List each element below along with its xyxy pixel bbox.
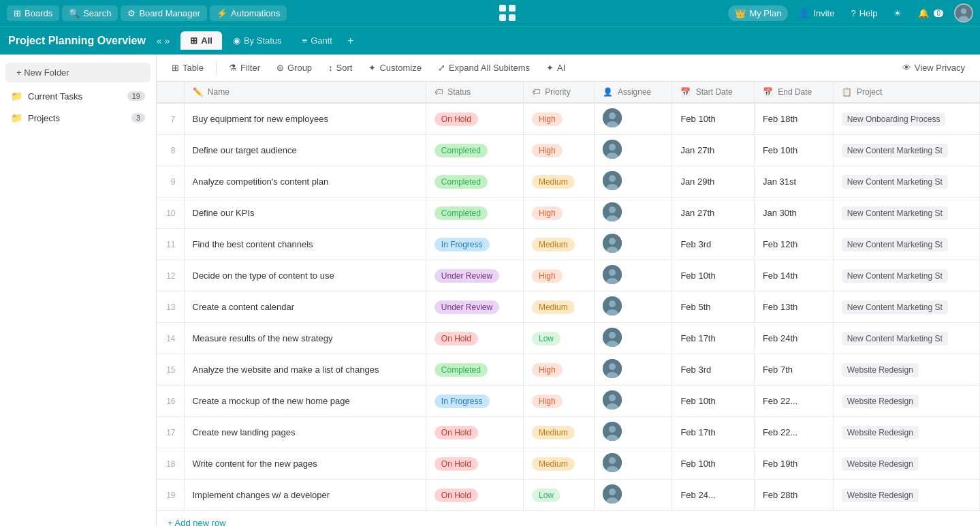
row-project[interactable]: New Content Marketing St xyxy=(833,135,979,166)
table-view-button[interactable]: ⊞ Table xyxy=(165,59,210,76)
sort-button[interactable]: ↕ Sort xyxy=(321,59,359,76)
row-assignee[interactable] xyxy=(595,323,672,354)
row-assignee[interactable] xyxy=(595,448,672,480)
row-project[interactable]: New Content Marketing St xyxy=(833,292,979,323)
row-status[interactable]: Completed xyxy=(426,198,523,229)
row-status[interactable]: On Hold xyxy=(426,103,523,135)
add-row-button[interactable]: + Add new row xyxy=(157,511,980,526)
row-priority[interactable]: Medium xyxy=(523,448,594,480)
row-name[interactable]: Define our target audience xyxy=(184,135,426,166)
row-project[interactable]: Website Redesign xyxy=(833,354,979,386)
automations-button[interactable]: ⚡ Automations xyxy=(210,5,287,21)
row-name[interactable]: Find the best content channels xyxy=(184,229,426,260)
row-name[interactable]: Define our KPIs xyxy=(184,198,426,229)
my-plan-button[interactable]: 👑 My Plan xyxy=(728,5,788,21)
boards-button[interactable]: ⊞ Boards xyxy=(7,5,59,21)
row-assignee[interactable] xyxy=(595,354,672,386)
row-priority[interactable]: Low xyxy=(523,480,594,511)
user-avatar[interactable] xyxy=(954,3,973,22)
row-assignee[interactable] xyxy=(595,386,672,417)
row-priority[interactable]: High xyxy=(523,354,594,386)
row-status[interactable]: Completed xyxy=(426,354,523,386)
row-assignee[interactable] xyxy=(595,292,672,323)
row-priority[interactable]: High xyxy=(523,198,594,229)
sidebar-item-projects[interactable]: 📁 Projects 3 xyxy=(0,107,156,129)
row-assignee[interactable] xyxy=(595,417,672,448)
new-folder-button[interactable]: + New Folder xyxy=(5,63,151,82)
row-status[interactable]: On Hold xyxy=(426,480,523,511)
filter-button[interactable]: ⚗ Filter xyxy=(222,59,267,76)
notifications-button[interactable]: 🔔 0 xyxy=(913,5,949,21)
row-name[interactable]: Create a mockup of the new home page xyxy=(184,386,426,417)
row-assignee[interactable] xyxy=(595,480,672,511)
row-project[interactable]: New Content Marketing St xyxy=(833,166,979,198)
row-priority[interactable]: High xyxy=(523,103,594,135)
row-assignee[interactable] xyxy=(595,135,672,166)
ai-button[interactable]: ✦ AI xyxy=(539,59,572,76)
table-row[interactable]: 13 Create a content calendar Under Revie… xyxy=(157,292,980,323)
row-name[interactable]: Buy equipment for new employees xyxy=(184,103,426,135)
row-project[interactable]: Website Redesign xyxy=(833,480,979,511)
row-status[interactable]: Completed xyxy=(426,135,523,166)
row-name[interactable]: Create new landing pages xyxy=(184,417,426,448)
expand-button[interactable]: ⤢ Expand All Subitems xyxy=(431,59,537,76)
invite-button[interactable]: 👤 Invite xyxy=(793,5,840,21)
row-priority[interactable]: Medium xyxy=(523,229,594,260)
sidebar-item-current-tasks[interactable]: 📁 Current Tasks 19 xyxy=(0,85,156,107)
row-name[interactable]: Measure results of the new strategy xyxy=(184,323,426,354)
row-priority[interactable]: Medium xyxy=(523,417,594,448)
row-name[interactable]: Analyze competition's content plan xyxy=(184,166,426,198)
row-project[interactable]: Website Redesign xyxy=(833,417,979,448)
row-project[interactable]: Website Redesign xyxy=(833,386,979,417)
row-assignee[interactable] xyxy=(595,229,672,260)
row-project[interactable]: New Onboarding Process xyxy=(833,103,979,135)
board-manager-button[interactable]: ⚙ Board Manager xyxy=(121,5,207,21)
row-name[interactable]: Decide on the type of content to use xyxy=(184,260,426,292)
view-privacy-button[interactable]: 👁 View Privacy xyxy=(896,59,972,76)
tab-by-status[interactable]: ◉ By Status xyxy=(223,31,291,50)
table-row[interactable]: 12 Decide on the type of content to use … xyxy=(157,260,980,292)
row-project[interactable]: New Content Marketing St xyxy=(833,229,979,260)
row-priority[interactable]: High xyxy=(523,386,594,417)
row-name[interactable]: Create a content calendar xyxy=(184,292,426,323)
row-status[interactable]: In Frogress xyxy=(426,229,523,260)
row-name[interactable]: Analyze the website and make a list of c… xyxy=(184,354,426,386)
tab-gantt[interactable]: ≡ Gantt xyxy=(293,31,342,50)
row-status[interactable]: On Hold xyxy=(426,448,523,480)
table-row[interactable]: 7 Buy equipment for new employees On Hol… xyxy=(157,103,980,135)
table-row[interactable]: 15 Analyze the website and make a list o… xyxy=(157,354,980,386)
add-tab-button[interactable]: + xyxy=(343,31,358,51)
row-assignee[interactable] xyxy=(595,260,672,292)
row-name[interactable]: Write content for the new pages xyxy=(184,448,426,480)
row-assignee[interactable] xyxy=(595,103,672,135)
table-row[interactable]: 16 Create a mockup of the new home page … xyxy=(157,386,980,417)
row-priority[interactable]: High xyxy=(523,135,594,166)
help-button[interactable]: ? Help xyxy=(845,5,883,21)
collapse-button[interactable]: « » xyxy=(157,35,170,46)
theme-toggle[interactable]: ☀ xyxy=(888,5,907,21)
table-row[interactable]: 19 Implement changes w/ a developer On H… xyxy=(157,480,980,511)
table-row[interactable]: 10 Define our KPIs Completed High Jan 27… xyxy=(157,198,980,229)
row-project[interactable]: Website Redesign xyxy=(833,448,979,480)
row-priority[interactable]: High xyxy=(523,260,594,292)
table-row[interactable]: 18 Write content for the new pages On Ho… xyxy=(157,448,980,480)
row-assignee[interactable] xyxy=(595,198,672,229)
row-project[interactable]: New Content Marketing St xyxy=(833,323,979,354)
table-row[interactable]: 9 Analyze competition's content plan Com… xyxy=(157,166,980,198)
row-assignee[interactable] xyxy=(595,166,672,198)
customize-button[interactable]: ✦ Customize xyxy=(362,59,428,76)
search-button[interactable]: 🔍 Search xyxy=(62,5,118,21)
table-row[interactable]: 11 Find the best content channels In Fro… xyxy=(157,229,980,260)
row-status[interactable]: On Hold xyxy=(426,323,523,354)
group-button[interactable]: ⊜ Group xyxy=(270,59,319,76)
row-project[interactable]: New Content Marketing St xyxy=(833,198,979,229)
table-scroll[interactable]: ✏️ Name 🏷 Status 🏷 Priority 👤 xyxy=(157,82,980,526)
row-priority[interactable]: Low xyxy=(523,323,594,354)
tab-all[interactable]: ⊞ All xyxy=(180,31,222,50)
row-status[interactable]: On Hold xyxy=(426,417,523,448)
row-status[interactable]: Under Review xyxy=(426,260,523,292)
table-row[interactable]: 8 Define our target audience Completed H… xyxy=(157,135,980,166)
row-priority[interactable]: Medium xyxy=(523,292,594,323)
table-row[interactable]: 17 Create new landing pages On Hold Medi… xyxy=(157,417,980,448)
row-status[interactable]: Under Review xyxy=(426,292,523,323)
